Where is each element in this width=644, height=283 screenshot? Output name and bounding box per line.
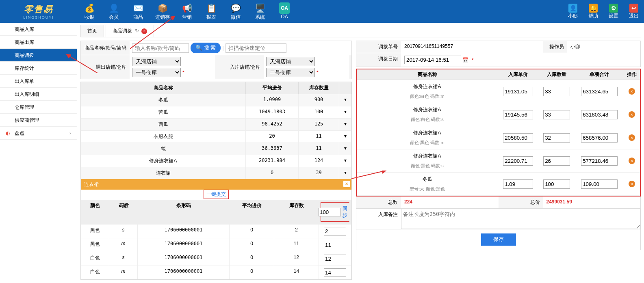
nav-icon: 💬 xyxy=(223,2,248,14)
nav-right-设置[interactable]: ⚙设置 xyxy=(603,2,624,21)
logo: 零售易 LINGSHOUYI xyxy=(0,3,77,19)
top-nav: 零售易 LINGSHOUYI 💰收银👤会员✉️商品📦进销存📢营销📋报表💬微信🖥️… xyxy=(0,0,644,23)
brand-sub: LINGSHOUYI xyxy=(0,15,77,19)
nav-right-小邸[interactable]: 👤小邸 xyxy=(563,2,583,21)
nav-商品[interactable]: ✉️商品 xyxy=(126,1,150,22)
nav-icon: 🖥️ xyxy=(248,2,272,14)
nav-icon: 👤 xyxy=(102,2,126,14)
nav-icon: ⚙ xyxy=(609,4,618,13)
nav-right-帮助[interactable]: 🔔帮助 xyxy=(583,2,603,21)
nav-营销[interactable]: 📢营销 xyxy=(175,1,199,22)
nav-icon: ✉️ xyxy=(126,2,150,14)
nav-收银[interactable]: 💰收银 xyxy=(77,1,102,22)
nav-icon: 📢 xyxy=(175,2,199,14)
nav-icon: 📦 xyxy=(150,2,175,14)
nav-icon: 🔔 xyxy=(589,4,598,13)
nav-right-退出[interactable]: ↩退出 xyxy=(624,2,644,21)
nav-icon: OA xyxy=(279,2,290,14)
nav-系统[interactable]: 🖥️系统 xyxy=(248,1,272,22)
brand-name: 零售易 xyxy=(0,3,77,15)
nav-报表[interactable]: 📋报表 xyxy=(199,1,223,22)
nav-微信[interactable]: 💬微信 xyxy=(223,1,248,22)
nav-进销存[interactable]: 📦进销存 xyxy=(150,1,175,22)
nav-会员[interactable]: 👤会员 xyxy=(102,1,126,22)
nav-icon: 👤 xyxy=(568,4,577,13)
nav-OA[interactable]: OAOA xyxy=(272,1,297,22)
nav-icon: 💰 xyxy=(77,2,102,14)
nav-icon: 📋 xyxy=(199,2,223,14)
nav-icon: ↩ xyxy=(629,4,638,13)
